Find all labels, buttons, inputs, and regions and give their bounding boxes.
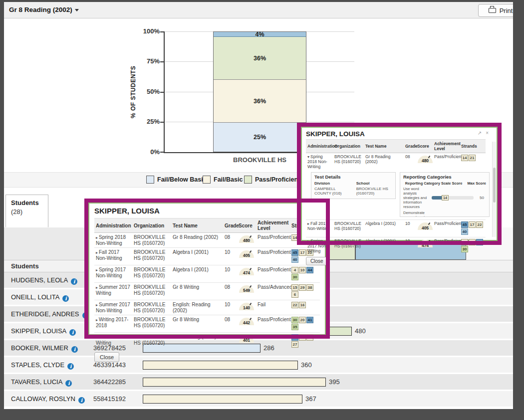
info-icon[interactable]: i xyxy=(71,278,77,285)
close-icon[interactable]: × xyxy=(486,130,489,136)
table-row[interactable]: TAVARES, LUCIAi 364422285 395 xyxy=(4,374,513,390)
expand-triangle-icon[interactable]: ▸ xyxy=(96,335,98,340)
info-icon[interactable]: i xyxy=(65,380,72,387)
y-tick: 0% xyxy=(137,148,160,156)
strand-badge: 15 xyxy=(291,284,298,291)
info-icon[interactable]: i xyxy=(62,295,69,302)
strand-badge: 14 xyxy=(291,234,298,241)
table-row[interactable]: ▸Fall 2017 Non-Writing BROOKVILLE HS (01… xyxy=(94,248,320,265)
popup-scrollbar[interactable] xyxy=(492,142,496,237)
category-score-value: 21 xyxy=(447,217,454,217)
expand-triangle-icon[interactable]: ▸ xyxy=(96,285,98,290)
table-row[interactable]: ▸Summer 2017 Writing BROOKVILLE HS (0160… xyxy=(94,283,320,300)
collapse-triangle-icon[interactable]: ▾ xyxy=(307,155,309,159)
stacked-bar[interactable]: 4% 36% 36% 25% xyxy=(213,31,306,152)
strand-badge: 27 xyxy=(291,341,298,348)
strand-badge: 44 xyxy=(306,267,313,273)
expand-triangle-icon[interactable]: ▸ xyxy=(96,303,98,307)
table-row[interactable]: ▸Fall 2017 Non-Writing BROOKVILLE HS (01… xyxy=(306,220,486,237)
popup-title: SKIPPER, LOUISA xyxy=(94,207,320,215)
expand-icon[interactable]: ↗ xyxy=(478,130,482,136)
bar-segment-pass-proficient[interactable]: 36% xyxy=(214,37,306,80)
strand-badge: 6 xyxy=(291,291,298,298)
score-gauge: 474 xyxy=(239,267,255,275)
report-selector[interactable]: Gr 8 Reading (2002) xyxy=(9,6,79,13)
max-score-value: 50 xyxy=(476,196,484,200)
strand-badge: 10 xyxy=(469,239,476,245)
info-icon[interactable]: i xyxy=(69,329,76,336)
table-row[interactable]: ▸Writing 2017-2018 BROOKVILLE HS (016072… xyxy=(94,315,320,333)
segment-value: 36% xyxy=(254,99,266,104)
table-row[interactable]: ▸Summer 2017 Non-Writing BROOKVILLE HS (… xyxy=(94,300,320,315)
strand-badge: 22 xyxy=(476,221,483,228)
expand-triangle-icon[interactable]: ▸ xyxy=(96,250,98,255)
strand-badge: 30 xyxy=(291,317,298,323)
category-score-value: 14 xyxy=(442,195,449,201)
strand-badge: 4 xyxy=(291,267,298,273)
score-gauge: 480 xyxy=(239,234,255,243)
strand-badge: 38 xyxy=(306,284,313,291)
top-bar: Gr 8 Reading (2002) Print xyxy=(4,2,513,18)
score-value: 395 xyxy=(329,378,340,386)
info-icon[interactable]: i xyxy=(71,346,78,353)
strand-badge: 45 xyxy=(461,221,468,228)
bar-segment-fail-basic[interactable]: 36% xyxy=(214,80,306,123)
reporting-category-row: Demonstrate comprehension of printed mat… xyxy=(403,210,486,217)
x-category-label: BROOKVILLE HS xyxy=(213,156,306,164)
table-row[interactable]: ▸Spring 2017 Non-Writing BROOKVILLE HS (… xyxy=(306,237,486,255)
expand-triangle-icon[interactable]: ▸ xyxy=(96,268,98,272)
bar-segment-fail-below-basic[interactable]: 25% xyxy=(214,123,306,152)
strand-badge: 45 xyxy=(291,249,298,256)
info-icon[interactable]: i xyxy=(67,363,74,370)
student-id: 364422285 xyxy=(93,374,126,390)
student-name: STAPLES, CLYDE xyxy=(11,361,64,369)
strand-badge: 16 xyxy=(299,302,306,308)
test-history-table: AdministrationOrganizationTest NameGrade… xyxy=(94,218,320,350)
tab-students[interactable]: Students (28) xyxy=(5,195,48,227)
expand-triangle-icon[interactable]: ▸ xyxy=(96,235,98,240)
segment-value: 36% xyxy=(254,56,266,61)
strand-badge: 40 xyxy=(291,256,298,263)
table-row[interactable]: ▸Spring 2017 Non-Writing BROOKVILLE HS (… xyxy=(94,265,320,283)
table-row[interactable]: CALLOWAY, ROSLYNi 558415192 367 xyxy=(4,391,513,407)
strand-badge: 10 xyxy=(299,267,306,273)
strand-badge: 17 xyxy=(469,221,476,228)
score-gauge: 140 xyxy=(239,302,255,310)
strands-cell: 1529386 xyxy=(290,283,320,300)
print-button[interactable]: Print xyxy=(478,4,513,17)
student-name: SKIPPER, LOUISA xyxy=(11,327,66,335)
score-gauge: 405 xyxy=(417,221,433,230)
tick-mark xyxy=(160,152,164,153)
strand-badge: 21 xyxy=(306,334,313,341)
tick-mark xyxy=(160,92,164,93)
y-tick: 100% xyxy=(137,27,160,35)
expand-triangle-icon[interactable]: ▸ xyxy=(307,221,309,226)
reporting-categories-box: Reporting Categories Reporting Category … xyxy=(400,172,490,217)
score-value: 360 xyxy=(301,361,312,369)
student-id: 558415192 xyxy=(93,391,126,407)
score-gauge: 549 xyxy=(239,284,255,293)
category-score-bar: 14 xyxy=(432,196,474,200)
legend-item: Fail/Below Basic xyxy=(146,176,207,184)
table-row[interactable]: ▸Spring 2018 Non-Writing BROOKVILLE HS (… xyxy=(94,233,320,248)
info-icon[interactable]: i xyxy=(78,397,85,404)
scrollbar-thumb[interactable] xyxy=(493,168,496,203)
expand-triangle-icon[interactable]: ▸ xyxy=(307,239,309,243)
score-gauge: 480 xyxy=(417,155,433,163)
test-history-table-continued: ▸Fall 2017 Non-Writing BROOKVILLE HS (01… xyxy=(306,219,486,255)
expanded-detail-panel: Test Details Division CAMPBELL COUNTY (0… xyxy=(311,172,493,218)
expand-triangle-icon[interactable]: ▸ xyxy=(96,318,98,322)
strands-cell: 1421 xyxy=(460,153,486,171)
close-button[interactable]: Close xyxy=(94,352,119,362)
close-button[interactable]: Close xyxy=(306,257,328,265)
chevron-down-icon xyxy=(75,9,79,11)
table-row-expanded[interactable]: ▾Spring 2018 Non-Writing BROOKVILLE HS (… xyxy=(306,153,486,171)
table-row[interactable]: ▸Summer 2016 Writing BROOKVILLE HS (0160… xyxy=(94,333,320,350)
bar-segment-top[interactable]: 4% xyxy=(214,32,306,37)
segment-value: 25% xyxy=(254,135,266,140)
info-icon[interactable]: i xyxy=(82,312,89,319)
student-name: ETHERIDGE, ANDRES xyxy=(11,310,79,318)
tick-mark xyxy=(160,122,164,123)
strand-badge: 4 xyxy=(461,239,468,245)
student-name: CALLOWAY, ROSLYN xyxy=(11,395,75,403)
